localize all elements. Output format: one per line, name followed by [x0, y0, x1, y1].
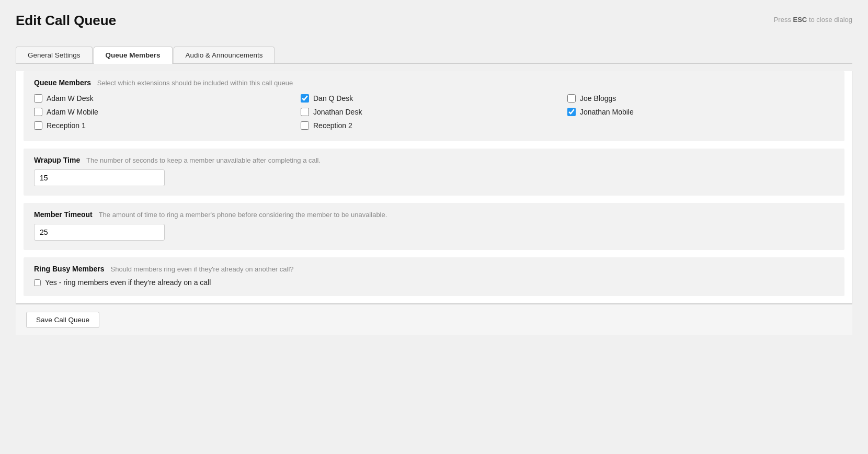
label-adam-w-mobile: Dan Q Desk — [313, 94, 353, 103]
label-adam-w-desk: Adam W Desk — [47, 94, 93, 103]
wrapup-time-input[interactable] — [34, 169, 165, 186]
checkbox-joe-bloggs[interactable] — [34, 108, 42, 116]
panel-content: Queue Members Select which extensions sh… — [16, 71, 852, 304]
checkbox-adam-w-mobile[interactable] — [301, 94, 309, 103]
label-jonathan-desk: Jonathan Desk — [313, 108, 362, 116]
list-item: Dan Q Desk — [301, 94, 567, 103]
checkbox-jonathan-desk[interactable] — [301, 108, 309, 116]
ring-busy-title: Ring Busy Members — [34, 265, 105, 273]
label-joe-bloggs: Adam W Mobile — [47, 108, 98, 116]
section-member-timeout: Member Timeout The amount of time to rin… — [24, 203, 844, 250]
save-call-queue-button[interactable]: Save Call Queue — [26, 312, 99, 328]
tab-general-settings[interactable]: General Settings — [16, 47, 93, 63]
member-timeout-input[interactable] — [34, 224, 165, 241]
ring-busy-label: Yes - ring members even if they're alrea… — [45, 278, 211, 287]
checkbox-adam-w-desk[interactable] — [34, 94, 42, 103]
tab-audio-announcements[interactable]: Audio & Announcements — [174, 47, 275, 63]
ring-busy-desc: Should members ring even if they're alre… — [110, 265, 293, 273]
list-item: Reception 1 — [34, 121, 301, 130]
checkbox-ring-busy[interactable] — [34, 279, 41, 286]
label-jonathan-mobile: Jonathan Mobile — [580, 108, 634, 116]
label-dan-q-desk: Joe Bloggs — [580, 94, 616, 103]
ring-busy-row: Yes - ring members even if they're alrea… — [34, 278, 834, 287]
list-item: Reception 2 — [301, 121, 567, 130]
section-ring-busy: Ring Busy Members Should members ring ev… — [24, 257, 844, 296]
queue-members-desc: Select which extensions should be includ… — [97, 79, 293, 87]
section-wrapup-time: Wrapup Time The number of seconds to kee… — [24, 149, 844, 196]
members-grid: Adam W Desk Adam W Mobile Reception 1 Da… — [34, 92, 834, 132]
list-item: Jonathan Mobile — [567, 108, 834, 116]
wrapup-time-desc: The number of seconds to keep a member u… — [86, 156, 321, 164]
member-timeout-title: Member Timeout — [34, 210, 93, 219]
page-title: Edit Call Queue — [16, 13, 116, 29]
section-queue-members: Queue Members Select which extensions sh… — [24, 71, 844, 141]
esc-hint: Press ESC to close dialog — [774, 16, 852, 24]
list-item: Adam W Mobile — [34, 108, 301, 116]
checkbox-dan-q-desk[interactable] — [567, 94, 576, 103]
queue-members-title: Queue Members — [34, 78, 91, 87]
checkbox-reception-2[interactable] — [301, 121, 309, 130]
label-reception-1: Reception 1 — [47, 121, 86, 130]
label-reception-2: Reception 2 — [313, 121, 352, 130]
footer: Save Call Queue — [16, 304, 852, 335]
list-item: Jonathan Desk — [301, 108, 567, 116]
list-item: Joe Bloggs — [567, 94, 834, 103]
list-item: Adam W Desk — [34, 94, 301, 103]
checkbox-jonathan-mobile[interactable] — [567, 108, 576, 116]
tab-queue-members[interactable]: Queue Members — [94, 47, 173, 64]
tab-bar: General Settings Queue Members Audio & A… — [16, 47, 852, 64]
checkbox-reception-1[interactable] — [34, 121, 42, 130]
wrapup-time-title: Wrapup Time — [34, 156, 80, 164]
member-timeout-desc: The amount of time to ring a member's ph… — [99, 211, 387, 219]
